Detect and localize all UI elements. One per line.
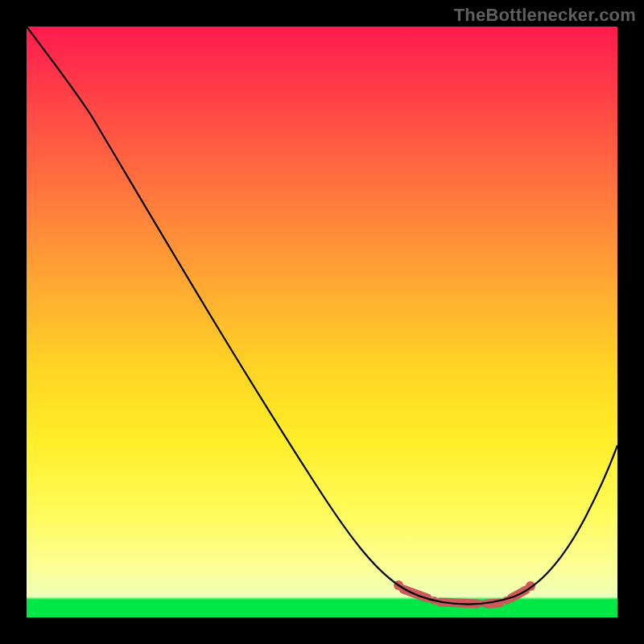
chart-frame: TheBottlenecker.com: [0, 0, 644, 644]
plot-area: [27, 27, 617, 617]
watermark-text: TheBottlenecker.com: [454, 5, 636, 26]
bottleneck-curve: [27, 27, 617, 617]
curve-path: [27, 27, 617, 604]
